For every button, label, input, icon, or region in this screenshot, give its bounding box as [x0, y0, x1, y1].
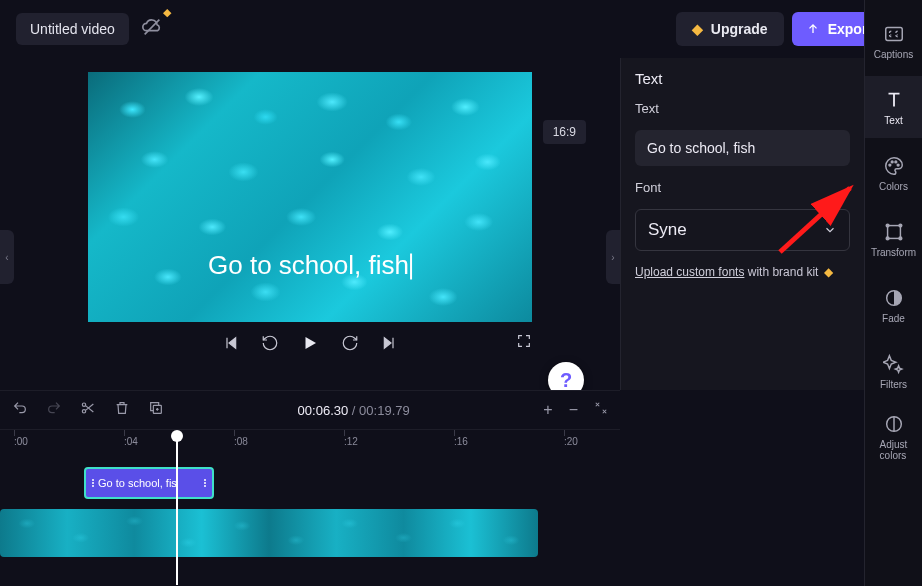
properties-panel: Text Text Font Syne Upload custom fonts …: [620, 58, 864, 390]
delete-button[interactable]: [114, 400, 130, 420]
upgrade-label: Upgrade: [711, 21, 768, 37]
svg-marker-4: [384, 338, 391, 349]
svg-point-14: [886, 237, 889, 240]
fullscreen-button[interactable]: [516, 333, 532, 353]
video-clip[interactable]: [0, 509, 538, 557]
rail-captions[interactable]: Captions: [865, 10, 922, 72]
svg-point-8: [891, 160, 893, 162]
clip-handle-left[interactable]: [92, 479, 94, 487]
aspect-ratio-selector[interactable]: 16:9: [543, 120, 586, 144]
project-title-text: Untitled video: [30, 21, 115, 37]
tool-rail: Captions Text Colors Transform Fade Filt…: [864, 0, 922, 586]
time-display: 00:06.30 / 00:19.79: [182, 403, 525, 418]
panel-header: Text: [635, 70, 850, 87]
upload-fonts-link[interactable]: Upload custom fonts: [635, 265, 744, 279]
upgrade-button[interactable]: ◆ Upgrade: [676, 12, 784, 46]
font-value: Syne: [648, 220, 687, 240]
text-field-label: Text: [635, 101, 850, 116]
cloud-sync-icon[interactable]: ◆: [141, 16, 163, 42]
rail-colors[interactable]: Colors: [865, 142, 922, 204]
rail-transform[interactable]: Transform: [865, 208, 922, 270]
forward-5-button[interactable]: [341, 334, 359, 352]
playhead[interactable]: [176, 432, 178, 585]
font-select[interactable]: Syne: [635, 209, 850, 251]
rail-text[interactable]: Text: [865, 76, 922, 138]
svg-point-7: [888, 164, 890, 166]
topbar: Untitled video ◆ ◆ Upgrade Export: [0, 0, 922, 58]
svg-rect-6: [885, 27, 902, 40]
ruler-tick: :12: [344, 436, 358, 447]
right-panel-toggle[interactable]: ›: [606, 230, 620, 284]
rewind-5-button[interactable]: [261, 334, 279, 352]
svg-point-19: [82, 410, 85, 413]
clip-thumbnails: [0, 509, 538, 557]
ruler-tick: :00: [14, 436, 28, 447]
skip-back-button[interactable]: [223, 335, 239, 351]
upload-fonts-suffix: with brand kit: [744, 265, 821, 279]
zoom-out-button[interactable]: −: [569, 401, 578, 419]
timeline-tracks[interactable]: Go to school, fis: [0, 455, 620, 585]
play-button[interactable]: [301, 334, 319, 352]
diamond-icon: ◆: [692, 21, 703, 37]
timeline-toolbar: 00:06.30 / 00:19.79 + −: [0, 391, 620, 429]
ruler-tick: :04: [124, 436, 138, 447]
ruler-tick: :16: [454, 436, 468, 447]
svg-point-10: [897, 164, 899, 166]
svg-marker-1: [229, 338, 236, 349]
ruler-tick: :20: [564, 436, 578, 447]
fit-timeline-button[interactable]: [594, 401, 608, 419]
zoom-in-button[interactable]: +: [543, 401, 552, 419]
transport-controls: [88, 334, 532, 352]
chevron-down-icon: [823, 223, 837, 237]
left-panel-toggle[interactable]: ‹: [0, 230, 14, 284]
text-clip[interactable]: Go to school, fis: [84, 467, 214, 499]
video-preview[interactable]: Go to school, fish: [88, 72, 532, 322]
premium-diamond-icon: ◆: [163, 6, 171, 19]
undo-button[interactable]: [12, 400, 28, 420]
text-input[interactable]: [635, 130, 850, 166]
timeline: 00:06.30 / 00:19.79 + − :00 :04 :08 :12 …: [0, 390, 620, 586]
diamond-icon: ◆: [824, 265, 833, 279]
rail-adjust-colors[interactable]: Adjustcolors: [865, 406, 922, 468]
ruler-tick: :08: [234, 436, 248, 447]
svg-point-18: [82, 403, 85, 406]
project-title[interactable]: Untitled video: [16, 13, 129, 45]
svg-marker-3: [306, 337, 317, 349]
preview-column: ‹ › 16:9 Go to school, fish ? ⌄: [0, 58, 620, 390]
svg-point-15: [899, 237, 902, 240]
preview-content: [88, 72, 532, 322]
duplicate-button[interactable]: [148, 400, 164, 420]
timeline-ruler[interactable]: :00 :04 :08 :12 :16 :20: [0, 429, 620, 455]
split-button[interactable]: [80, 400, 96, 420]
main-row: ‹ › 16:9 Go to school, fish ? ⌄ Text Tex…: [0, 58, 922, 390]
text-clip-label: Go to school, fis: [98, 477, 200, 489]
font-field-label: Font: [635, 180, 850, 195]
svg-rect-11: [887, 225, 900, 238]
redo-button[interactable]: [46, 400, 62, 420]
upload-fonts-row: Upload custom fonts with brand kit ◆: [635, 265, 850, 279]
rail-fade[interactable]: Fade: [865, 274, 922, 336]
rail-filters[interactable]: Filters: [865, 340, 922, 402]
clip-handle-right[interactable]: [204, 479, 206, 487]
text-overlay[interactable]: Go to school, fish: [208, 249, 412, 280]
skip-forward-button[interactable]: [381, 335, 397, 351]
svg-point-12: [886, 224, 889, 227]
svg-point-9: [894, 160, 896, 162]
svg-point-13: [899, 224, 902, 227]
